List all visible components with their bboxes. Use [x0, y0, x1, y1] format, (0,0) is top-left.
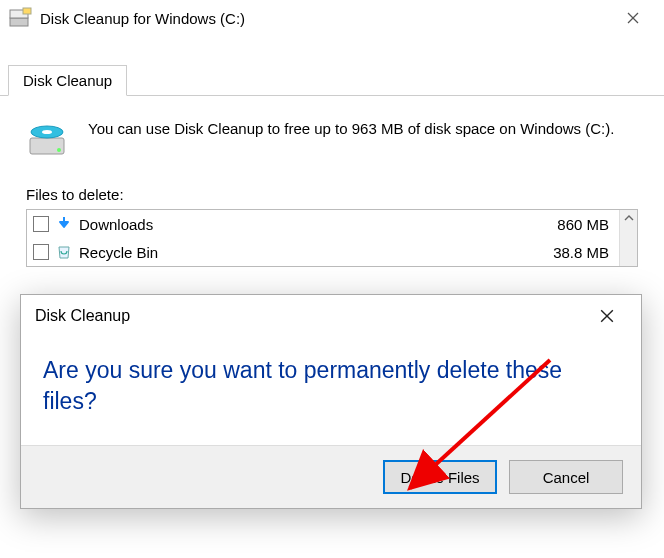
intro-row: You can use Disk Cleanup to free up to 9… — [26, 118, 638, 162]
checkbox[interactable] — [33, 244, 49, 260]
tab-disk-cleanup[interactable]: Disk Cleanup — [8, 65, 127, 96]
list-item[interactable]: Downloads 860 MB — [27, 210, 619, 238]
svg-rect-2 — [23, 8, 31, 14]
dialog-title: Disk Cleanup — [35, 307, 587, 325]
dialog-message: Are you sure you want to permanently del… — [43, 355, 619, 417]
titlebar: Disk Cleanup for Windows (C:) — [0, 0, 664, 36]
scroll-up-icon[interactable] — [624, 210, 634, 225]
dialog-body: Are you sure you want to permanently del… — [21, 337, 641, 445]
file-size: 860 MB — [557, 216, 613, 233]
drive-icon — [26, 118, 70, 162]
list-item[interactable]: Recycle Bin 38.8 MB — [27, 238, 619, 266]
cancel-button[interactable]: Cancel — [509, 460, 623, 494]
download-arrow-icon — [55, 215, 73, 233]
dialog-titlebar: Disk Cleanup — [21, 295, 641, 337]
delete-files-button[interactable]: Delete Files — [383, 460, 497, 494]
main-window: Disk Cleanup for Windows (C:) Disk Clean… — [0, 0, 664, 289]
svg-rect-0 — [10, 18, 28, 26]
dialog-footer: Delete Files Cancel — [21, 445, 641, 508]
file-name: Recycle Bin — [79, 244, 547, 261]
window-title: Disk Cleanup for Windows (C:) — [40, 10, 610, 27]
recycle-bin-icon — [55, 243, 73, 261]
file-size: 38.8 MB — [553, 244, 613, 261]
file-list: Downloads 860 MB Recycle Bin 38.8 MB — [26, 209, 638, 267]
files-to-delete-label: Files to delete: — [26, 186, 638, 203]
tab-content: You can use Disk Cleanup to free up to 9… — [0, 96, 664, 289]
tab-strip: Disk Cleanup — [0, 60, 664, 96]
dialog-close-button[interactable] — [587, 300, 627, 332]
confirm-dialog: Disk Cleanup Are you sure you want to pe… — [20, 294, 642, 509]
disk-cleanup-icon — [8, 6, 32, 30]
close-button[interactable] — [610, 2, 656, 34]
checkbox[interactable] — [33, 216, 49, 232]
file-name: Downloads — [79, 216, 551, 233]
scrollbar[interactable] — [619, 210, 637, 266]
svg-point-7 — [42, 130, 52, 134]
intro-text: You can use Disk Cleanup to free up to 9… — [88, 118, 614, 162]
svg-point-8 — [57, 148, 61, 152]
